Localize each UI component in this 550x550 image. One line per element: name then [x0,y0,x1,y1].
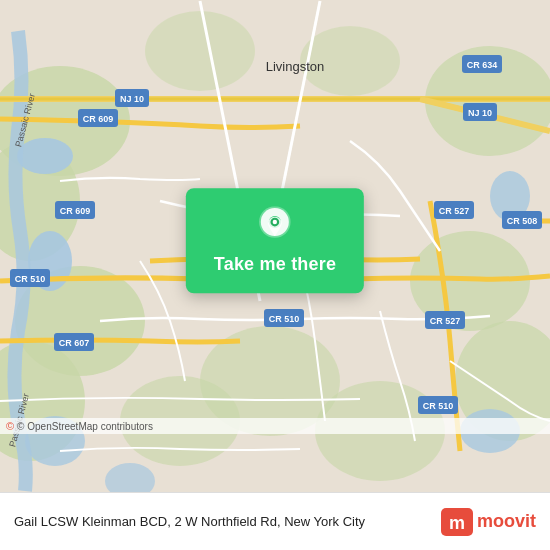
moovit-text: moovit [477,511,536,532]
svg-text:Livingston: Livingston [266,59,325,74]
moovit-icon: m [441,508,473,536]
copyright-bar: © © OpenStreetMap contributors [0,418,550,434]
svg-point-11 [145,11,255,91]
svg-text:CR 609: CR 609 [83,114,114,124]
copyright-text: © OpenStreetMap contributors [17,421,153,432]
location-info: Gail LCSW Kleinman BCD, 2 W Northfield R… [14,514,431,529]
take-me-there-button[interactable]: Take me there [186,188,364,293]
cta-label: Take me there [214,254,336,275]
svg-text:CR 527: CR 527 [430,316,461,326]
svg-text:CR 510: CR 510 [269,314,300,324]
svg-text:NJ 10: NJ 10 [120,94,144,104]
location-text: Gail LCSW Kleinman BCD, 2 W Northfield R… [14,514,431,529]
osm-icon: © [6,420,14,432]
svg-point-13 [17,138,73,174]
svg-text:CR 634: CR 634 [467,60,498,70]
map-container: CR 609 CR 634 NJ 10 NJ 10 CR 609 CR 510 … [0,0,550,492]
svg-text:CR 609: CR 609 [60,206,91,216]
svg-text:CR 508: CR 508 [507,216,538,226]
map-pin-icon [254,206,296,248]
svg-text:CR 510: CR 510 [423,401,454,411]
svg-text:CR 527: CR 527 [439,206,470,216]
svg-point-54 [273,220,277,224]
app: CR 609 CR 634 NJ 10 NJ 10 CR 609 CR 510 … [0,0,550,550]
info-bar: Gail LCSW Kleinman BCD, 2 W Northfield R… [0,492,550,550]
svg-text:CR 510: CR 510 [15,274,46,284]
moovit-logo[interactable]: m moovit [441,508,536,536]
svg-text:CR 607: CR 607 [59,338,90,348]
svg-text:NJ 10: NJ 10 [468,108,492,118]
svg-text:m: m [449,513,465,533]
